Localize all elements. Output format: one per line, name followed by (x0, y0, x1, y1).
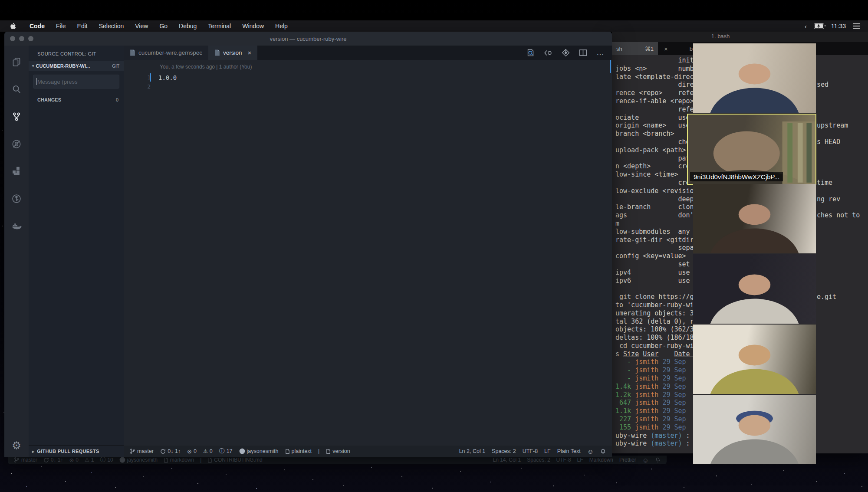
activity-docker-icon[interactable] (7, 215, 26, 237)
menu-window[interactable]: Window (237, 23, 270, 30)
gitlens-blame-annotation[interactable]: You, a few seconds ago | 1 author (You) (160, 64, 252, 70)
video-tile-participant-4 (693, 254, 816, 324)
terminal-text: branch <branch> (615, 130, 674, 138)
tab-close-icon[interactable]: × (248, 49, 252, 56)
terminal-titlebar[interactable]: 1. bash (612, 32, 868, 42)
terminal-text: direc (615, 81, 698, 89)
branch-indicator[interactable]: master (130, 448, 154, 454)
gitlens-compare-icon[interactable] (562, 49, 570, 57)
tab-label: cucumber-wire.gemspec (138, 49, 202, 56)
activity-github-pull-requests-icon[interactable] (7, 188, 26, 210)
sync-indicator[interactable]: 0↓ 1↑ (160, 448, 181, 454)
battery-icon[interactable] (814, 23, 824, 29)
warning-count[interactable]: ⚠0 (203, 448, 213, 454)
repo-provider-badge: GIT (112, 64, 119, 69)
search-editor-icon[interactable] (526, 49, 535, 57)
menu-view[interactable]: View (129, 23, 154, 30)
twistie-expanded-icon[interactable]: ▾ (32, 64, 34, 68)
settings-gear-icon[interactable]: ⚙ (12, 440, 21, 451)
eol[interactable]: LF (544, 448, 551, 454)
indentation[interactable]: Spaces: 2 (492, 448, 516, 454)
bg-encoding[interactable]: UTF-8 (556, 457, 571, 463)
encoding[interactable]: UTF-8 (523, 448, 538, 454)
cursor-position[interactable]: Ln 2, Col 1 (459, 448, 485, 454)
feedback-smiley[interactable]: ☺ (587, 448, 594, 455)
bg-notifications-bell[interactable] (655, 457, 661, 463)
commit-message-input[interactable]: Message (press (33, 75, 119, 89)
activity-source-control-icon[interactable] (7, 106, 26, 128)
menu-help[interactable]: Help (270, 23, 293, 30)
ls-date: 29 Sep (662, 374, 686, 382)
terminal-tab-close-icon[interactable]: × (658, 42, 674, 55)
bg-language-mode[interactable]: markdown (164, 457, 194, 463)
prompt-separator: : (682, 432, 694, 440)
menu-file[interactable]: File (50, 23, 72, 30)
menu-code[interactable]: Code (24, 23, 50, 30)
menu-debug[interactable]: Debug (173, 23, 202, 30)
info-count[interactable]: ⓘ17 (219, 447, 233, 455)
bg-branch-indicator[interactable]: master (14, 457, 37, 463)
code-line-1[interactable]: 11.0.0 (124, 73, 612, 82)
bg-language-select[interactable]: Markdown (589, 457, 613, 463)
bg-warning-count[interactable]: ⚠1 (85, 457, 94, 463)
editor-content[interactable]: You, a few seconds ago | 1 author (You) … (124, 60, 612, 446)
terminal-text: ipv6 use IP (615, 277, 702, 285)
language-mode[interactable]: plaintext (285, 448, 312, 454)
bg-indentation[interactable]: Spaces: 2 (527, 457, 550, 463)
language-select[interactable]: Plain Text (557, 448, 581, 454)
menu-go[interactable]: Go (154, 23, 173, 30)
bg-status-right: Ln 14, Col 1Spaces: 2UTF-8LFMarkdownPret… (493, 456, 661, 464)
menu-selection[interactable]: Selection (93, 23, 130, 30)
warning-icon: ⚠ (203, 448, 208, 454)
error-count[interactable]: ⊗0 (187, 448, 197, 455)
menu-terminal[interactable]: Terminal (202, 23, 237, 30)
github-account[interactable]: jaysonesmith (239, 448, 279, 454)
bg-formatter[interactable]: Prettier (619, 457, 636, 463)
sync-icon (43, 457, 49, 463)
tab-version[interactable]: version× (208, 46, 257, 60)
activity-bar: ⚙ (4, 46, 29, 457)
code-line-2[interactable]: 2 (124, 82, 612, 91)
tab-cucumber-wire-gemspec[interactable]: cucumber-wire.gemspec (124, 46, 208, 60)
notification-center-icon[interactable] (853, 23, 860, 29)
bg-active-file[interactable]: CONTRIBUTING.md (207, 457, 262, 463)
notifications-bell[interactable] (600, 448, 606, 454)
terminal-title: 1. bash (612, 33, 829, 39)
bg-info-count[interactable]: ⓘ10 (100, 456, 113, 464)
changes-section-row[interactable]: CHANGES 0 (29, 95, 124, 104)
bg-eol[interactable]: LF (577, 457, 583, 463)
ls-user: jsmith (635, 391, 662, 399)
bg-error-count[interactable]: ⊗0 (69, 457, 79, 463)
activity-explorer-icon[interactable] (7, 51, 26, 73)
bg-feedback-smiley[interactable]: ☺ (642, 456, 649, 464)
info-icon: ⓘ (100, 456, 105, 464)
ls-size: 647 (615, 399, 635, 407)
apple-menu-icon[interactable] (10, 23, 16, 30)
terminal-tab-active[interactable]: sh ⌘1 (612, 42, 658, 55)
activity-extensions-icon[interactable] (7, 161, 26, 182)
bg-cursor-position[interactable]: Ln 14, Col 1 (493, 457, 521, 463)
activity-debug-icon[interactable] (7, 133, 26, 155)
terminal-text: deepe (615, 195, 698, 203)
terminal-text-right: e.git (817, 293, 836, 301)
terminal-text: upload-pack <path> (615, 146, 686, 154)
split-editor-icon[interactable] (579, 49, 587, 56)
chevron-left-icon[interactable]: ‹ (805, 23, 807, 30)
bg-github-account[interactable]: jaysonesmith (119, 457, 158, 463)
more-actions-icon[interactable]: … (596, 51, 604, 54)
menu-edit[interactable]: Edit (72, 23, 93, 30)
ls-size: - (615, 374, 635, 382)
activity-search-icon[interactable] (7, 79, 26, 100)
bg-sync-indicator[interactable]: 0↓ 1↑ (43, 457, 63, 463)
terminal-text: m (615, 220, 619, 227)
github-pull-requests-section[interactable]: ▸ GITHUB PULL REQUESTS (29, 445, 124, 457)
open-changes-icon[interactable] (544, 49, 552, 56)
status-text: version (332, 448, 350, 454)
repo-row[interactable]: ▾ CUCUMBER-RUBY-WI... GIT (29, 61, 124, 71)
menubar-clock[interactable]: 11:33 (831, 23, 846, 30)
active-file[interactable]: version (326, 448, 350, 454)
twistie-collapsed-icon[interactable]: ▸ (32, 449, 34, 454)
vscode-titlebar[interactable]: version — cucumber-ruby-wire (4, 32, 612, 46)
terminal-text: le-branch clone (615, 203, 698, 211)
error-icon: ⊗ (69, 457, 74, 463)
